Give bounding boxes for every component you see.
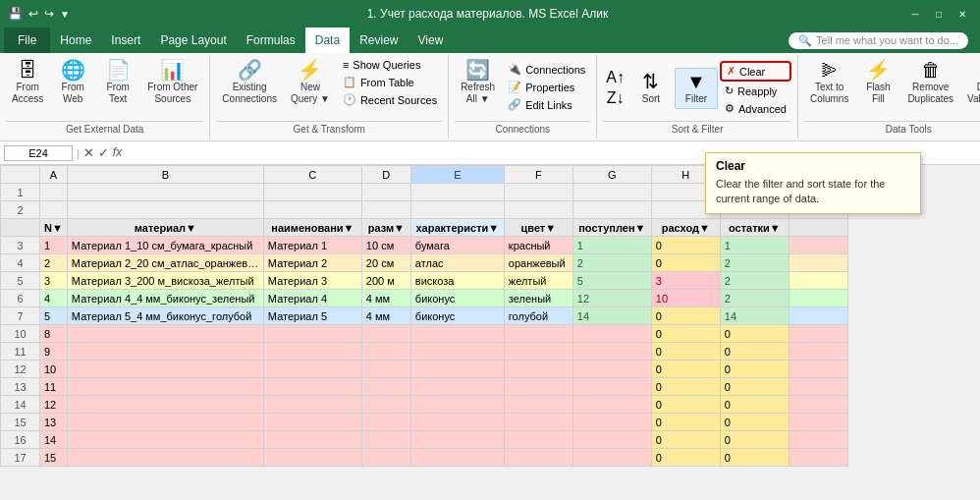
- flash-fill-button[interactable]: ⚡ FlashFill: [856, 57, 899, 108]
- col-a-header[interactable]: A: [40, 166, 68, 184]
- cell-postup[interactable]: 14: [572, 307, 651, 325]
- cell[interactable]: [67, 414, 263, 431]
- cell-ostatki[interactable]: 2: [720, 272, 789, 290]
- cell-naim[interactable]: Материал 5: [263, 307, 361, 325]
- cell[interactable]: [67, 449, 263, 467]
- cell-extra[interactable]: [789, 361, 847, 378]
- cell-postup[interactable]: 1: [572, 237, 651, 254]
- cell[interactable]: [263, 449, 361, 467]
- cell-n[interactable]: 8: [40, 325, 68, 343]
- header-cell-material[interactable]: материал▼: [67, 219, 263, 237]
- cell[interactable]: [504, 361, 572, 378]
- show-queries-button[interactable]: ≡ Show Queries: [338, 57, 442, 73]
- cell[interactable]: [361, 325, 410, 343]
- page-layout-menu[interactable]: Page Layout: [150, 28, 236, 53]
- cell-material[interactable]: Материал 1_10 см_бумага_красный: [67, 237, 263, 254]
- minimize-btn[interactable]: ─: [905, 4, 925, 24]
- data-validation-button[interactable]: ✔ DataValidati...: [961, 57, 980, 108]
- home-menu[interactable]: Home: [50, 28, 101, 53]
- existing-connections-button[interactable]: 🔗 ExistingConnections: [216, 57, 283, 108]
- cell[interactable]: [504, 378, 572, 396]
- cell-tsvet[interactable]: красный: [504, 237, 572, 254]
- cell-rashod[interactable]: 10: [651, 290, 720, 307]
- clear-button[interactable]: ✗ Clear: [720, 61, 791, 82]
- cell-ostatki[interactable]: 0: [720, 325, 789, 343]
- sort-button[interactable]: ⇅ Sort: [629, 69, 673, 108]
- review-menu[interactable]: Review: [350, 28, 408, 53]
- insert-function-icon[interactable]: fx: [113, 145, 122, 160]
- view-menu[interactable]: View: [408, 28, 454, 53]
- cancel-formula-icon[interactable]: ✕: [83, 145, 94, 160]
- sort-za-button[interactable]: Z↓: [604, 88, 627, 108]
- cell-extra[interactable]: [789, 290, 847, 307]
- cell-n[interactable]: 1: [40, 237, 68, 254]
- cell[interactable]: [504, 431, 572, 449]
- cell[interactable]: [361, 184, 410, 201]
- header-cell-tsvet[interactable]: цвет▼: [504, 219, 572, 237]
- cell-n[interactable]: 9: [40, 343, 68, 361]
- cell-naim[interactable]: Материал 3: [263, 272, 361, 290]
- cell-khar[interactable]: вискоза: [410, 272, 504, 290]
- cell[interactable]: [504, 396, 572, 414]
- cell[interactable]: [361, 431, 410, 449]
- cell[interactable]: [67, 184, 263, 201]
- cell-ostatki[interactable]: 0: [720, 414, 789, 431]
- cell[interactable]: [572, 361, 651, 378]
- cell[interactable]: [504, 414, 572, 431]
- cell[interactable]: [572, 449, 651, 467]
- insert-menu[interactable]: Insert: [101, 28, 150, 53]
- cell[interactable]: [361, 201, 410, 219]
- cell-ostatki[interactable]: 0: [720, 361, 789, 378]
- from-other-sources-button[interactable]: 📊 From OtherSources: [141, 57, 203, 108]
- cell-extra[interactable]: [789, 449, 847, 467]
- cell[interactable]: [40, 201, 68, 219]
- cell[interactable]: [263, 396, 361, 414]
- cell-rashod[interactable]: 0: [651, 343, 720, 361]
- cell-n[interactable]: 12: [40, 396, 68, 414]
- cell-rashod[interactable]: 0: [651, 378, 720, 396]
- file-menu[interactable]: File: [4, 28, 50, 53]
- new-query-button[interactable]: ⚡ NewQuery ▼: [285, 57, 336, 108]
- cell-ostatki[interactable]: 0: [720, 396, 789, 414]
- from-text-button[interactable]: 📄 FromText: [96, 57, 139, 108]
- cell-razm[interactable]: 10 см: [361, 237, 410, 254]
- cell-rashod[interactable]: 0: [651, 361, 720, 378]
- cell-khar[interactable]: атлас: [410, 254, 504, 272]
- cell-rashod[interactable]: 0: [651, 414, 720, 431]
- cell-rashod[interactable]: 0: [651, 325, 720, 343]
- properties-button[interactable]: 📝 Properties: [503, 79, 590, 95]
- header-cell-rashod[interactable]: расход▼: [651, 219, 720, 237]
- cell[interactable]: [361, 396, 410, 414]
- reapply-button[interactable]: ↻ Reapply: [720, 83, 791, 99]
- cell[interactable]: [67, 396, 263, 414]
- cell-razm[interactable]: 4 мм: [361, 307, 410, 325]
- confirm-formula-icon[interactable]: ✓: [98, 145, 109, 160]
- cell[interactable]: [410, 449, 504, 467]
- cell-razm[interactable]: 4 мм: [361, 290, 410, 307]
- cell-postup[interactable]: 2: [572, 254, 651, 272]
- cell[interactable]: [410, 396, 504, 414]
- cell-extra[interactable]: [789, 307, 847, 325]
- remove-duplicates-button[interactable]: 🗑 RemoveDuplicates: [901, 57, 959, 108]
- cell-ostatki[interactable]: 2: [720, 254, 789, 272]
- col-c-header[interactable]: C: [263, 166, 361, 184]
- cell-extra[interactable]: [789, 237, 847, 254]
- cell[interactable]: [67, 201, 263, 219]
- cell[interactable]: [361, 414, 410, 431]
- cell[interactable]: [263, 361, 361, 378]
- cell[interactable]: [263, 184, 361, 201]
- header-cell-ostatki[interactable]: остатки▼: [720, 219, 789, 237]
- cell-n[interactable]: 3: [40, 272, 68, 290]
- cell-n[interactable]: 13: [40, 414, 68, 431]
- cell[interactable]: [40, 184, 68, 201]
- cell[interactable]: [67, 361, 263, 378]
- cell[interactable]: [361, 378, 410, 396]
- formulas-menu[interactable]: Formulas: [237, 28, 305, 53]
- cell-ostatki[interactable]: 1: [720, 237, 789, 254]
- cell[interactable]: [263, 201, 361, 219]
- cell[interactable]: [410, 201, 504, 219]
- cell-tsvet[interactable]: оранжевый: [504, 254, 572, 272]
- cell-n[interactable]: 14: [40, 431, 68, 449]
- cell[interactable]: [263, 343, 361, 361]
- cell-khar[interactable]: биконус: [410, 307, 504, 325]
